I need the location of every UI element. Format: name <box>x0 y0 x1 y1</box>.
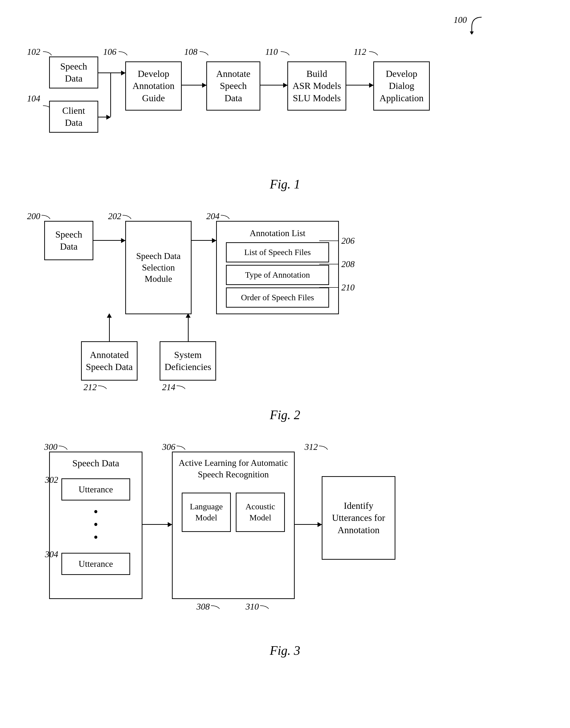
ref-312-curve <box>318 445 330 452</box>
ref-210: 210 <box>341 282 355 293</box>
fig3-caption: Fig. 3 <box>20 643 550 658</box>
ref-212-curve <box>97 385 109 391</box>
arrow-annotate-to-build <box>260 85 287 85</box>
arrow-build-to-dialog <box>346 85 373 85</box>
fig1-caption: Fig. 1 <box>20 177 550 191</box>
ref-200: 200 <box>27 211 40 221</box>
arrow-speech-to-selection <box>93 240 125 241</box>
ref-106-curve <box>117 50 130 58</box>
line-210 <box>319 287 339 288</box>
build-asr-box: Build ASR Models SLU Models <box>287 61 346 110</box>
ref-300: 300 <box>44 442 57 452</box>
ref-310: 310 <box>246 601 259 612</box>
svg-marker-0 <box>470 31 474 34</box>
ref-306: 306 <box>162 442 175 452</box>
active-learning-label: Active Learning for Automatic Speech Rec… <box>178 457 289 480</box>
type-annotation-box: Type of Annotation <box>226 265 329 285</box>
arrowhead-annotated-up <box>107 313 112 318</box>
arrow-develop-to-annotate <box>182 85 206 85</box>
ref-200-curve <box>40 214 52 221</box>
develop-dialog-box: Develop Dialog Application <box>373 61 430 110</box>
arrow-active-to-identify <box>295 524 322 525</box>
ref-110-curve <box>279 50 292 58</box>
speech-data-200-box: Speech Data <box>44 221 93 260</box>
fig2-diagram: 200 202 204 Speech Data Speech Data Sele… <box>20 211 550 398</box>
fig1-diagram: 102 104 106 108 110 112 Speech Data <box>20 49 550 167</box>
ref-208: 208 <box>341 259 355 269</box>
annotation-list-outer-box: Annotation List List of Speech Files Typ… <box>216 221 339 314</box>
develop-annotation-box: Develop Annotation Guide <box>125 61 182 110</box>
ref-106: 106 <box>103 47 116 57</box>
vertical-connector <box>110 72 111 117</box>
annotate-speech-box: Annotate Speech Data <box>206 61 260 110</box>
arrow-selection-to-annotation <box>192 240 216 241</box>
ref-202: 202 <box>108 211 121 221</box>
ref-312: 312 <box>305 442 318 452</box>
speech-data-300-label: Speech Data <box>72 457 119 469</box>
ref-204: 204 <box>206 211 220 221</box>
identify-utterances-box: Identify Utterances for Annotation <box>322 476 395 560</box>
ref-214-curve <box>175 385 188 391</box>
ref-300-curve <box>57 445 70 452</box>
model-boxes-container: Language Model Acoustic Model <box>182 493 285 532</box>
arrowhead-sysdef-up <box>186 313 191 318</box>
active-learning-box: Active Learning for Automatic Speech Rec… <box>172 452 295 599</box>
ref-104: 104 <box>27 93 40 104</box>
utterance-304-box: Utterance <box>61 553 130 575</box>
ref-306-curve <box>175 445 188 452</box>
ref-108-curve <box>199 50 211 58</box>
line-annotated-up <box>109 314 110 341</box>
speech-data-300-box: Speech Data 302 Utterance ••• 304 Uttera… <box>49 452 142 599</box>
ref-304: 304 <box>45 549 58 560</box>
ref-308-curve <box>210 604 222 610</box>
figure-3-section: 300 306 312 Speech Data 302 Utterance ••… <box>20 442 550 658</box>
arrow-client-right <box>98 117 110 117</box>
ref-108: 108 <box>184 47 198 57</box>
acoustic-model-box: Acoustic Model <box>236 493 285 532</box>
speech-data-box: Speech Data <box>49 56 98 88</box>
system-deficiencies-box: System Deficiencies <box>160 341 216 381</box>
dots-middle: ••• <box>93 505 98 544</box>
ref-212: 212 <box>83 382 97 393</box>
line-206 <box>319 241 339 241</box>
figure-1-section: 100 102 104 106 108 110 112 <box>20 15 550 191</box>
ref-112: 112 <box>354 47 366 57</box>
figure-2-section: 200 202 204 Speech Data Speech Data Sele… <box>20 211 550 422</box>
speech-data-selection-box: Speech Data Selection Module <box>125 221 192 314</box>
client-data-box: Client Data <box>49 101 98 133</box>
annotated-speech-box: Annotated Speech Data <box>81 341 137 381</box>
line-208 <box>319 264 339 264</box>
language-model-box: Language Model <box>182 493 231 532</box>
fig3-diagram: 300 306 312 Speech Data 302 Utterance ••… <box>20 442 550 634</box>
line-sysdef-up <box>188 314 189 341</box>
ref-308: 308 <box>197 601 210 612</box>
fig2-caption: Fig. 2 <box>20 408 550 422</box>
arrow-speech-to-develop <box>98 72 125 73</box>
ref-214: 214 <box>162 382 175 393</box>
ref-206: 206 <box>341 236 355 246</box>
list-speech-files-box: List of Speech Files <box>226 242 329 262</box>
ref-100-arrow <box>457 15 487 34</box>
ref-110: 110 <box>265 47 278 57</box>
arrow-speech-to-active <box>142 524 172 525</box>
ref-310-curve <box>259 604 271 610</box>
order-speech-files-box: Order of Speech Files <box>226 287 329 308</box>
ref-102: 102 <box>27 47 40 57</box>
ref-302: 302 <box>45 474 58 486</box>
annotation-list-label: Annotation List <box>250 228 305 239</box>
ref-204-curve <box>220 214 232 221</box>
ref-112-curve <box>368 50 380 58</box>
utterance-302-box: Utterance <box>61 478 130 500</box>
ref-202-curve <box>121 214 133 221</box>
